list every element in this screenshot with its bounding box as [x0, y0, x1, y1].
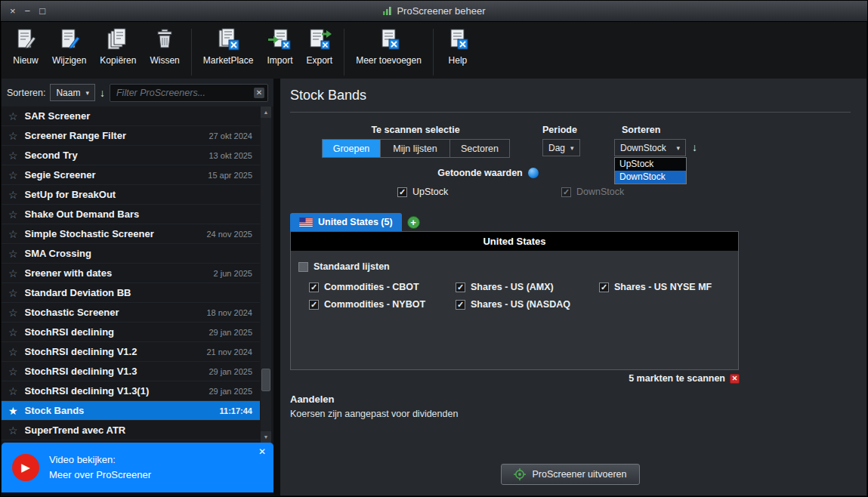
scrollbar-thumb[interactable] — [261, 369, 270, 391]
star-icon[interactable]: ☆ — [8, 130, 18, 142]
list-item[interactable]: ☆Second Try13 okt 2025 — [2, 146, 260, 165]
star-icon[interactable]: ☆ — [8, 326, 18, 338]
market-row[interactable]: ✓Shares - US (NASDAQ — [456, 299, 599, 310]
market-label: Shares - US (AMX) — [471, 282, 554, 292]
market-row[interactable]: ✓Shares - US NYSE MF — [599, 282, 732, 292]
market-row[interactable]: ✓Commodities - CBOT — [309, 282, 456, 292]
star-icon[interactable]: ☆ — [8, 110, 18, 122]
market-checkbox[interactable]: ✓ — [599, 282, 609, 292]
toolbar-label: Kopiëren — [100, 55, 136, 66]
star-icon[interactable]: ☆ — [8, 248, 18, 260]
list-item[interactable]: ☆Shake Out Demand Bars — [2, 205, 260, 224]
toolbar-help[interactable]: Help — [438, 26, 477, 67]
list-item[interactable]: ☆SMA Crossing — [2, 244, 260, 264]
standard-lists-checkbox[interactable] — [298, 262, 308, 272]
star-icon[interactable]: ☆ — [8, 385, 18, 397]
list-item[interactable]: ☆Screener Range Filter27 okt 2024 — [2, 126, 260, 146]
toolbar-meer-toevoegen[interactable]: Meer toevoegen — [349, 26, 428, 67]
menu-item-downstock[interactable]: DownStock — [615, 171, 686, 184]
screener-name: StochRSI declining — [25, 326, 209, 338]
upstock-checkbox[interactable]: ✓ — [397, 187, 407, 197]
list-item[interactable]: ☆StochRSI declining V1.221 nov 2024 — [2, 342, 260, 362]
toolbar-label: Help — [449, 55, 468, 66]
segment-mijn-lijsten[interactable]: Mijn lijsten — [381, 140, 450, 157]
toolbar-wissen[interactable]: Wissen — [143, 26, 186, 67]
toolbar-marketplace[interactable]: MarketPlace — [196, 26, 261, 67]
upstock-checkbox-row[interactable]: ✓ UpStock — [397, 187, 448, 197]
list-item[interactable]: ☆Segie Screener15 apr 2025 — [2, 165, 260, 185]
list-scrollbar[interactable]: ▲ ▼ — [261, 106, 271, 443]
add-market-icon[interactable]: + — [407, 216, 420, 229]
star-icon[interactable]: ☆ — [8, 150, 18, 162]
star-icon[interactable]: ☆ — [8, 307, 18, 319]
standard-lists-row[interactable]: Standaard lijsten — [298, 261, 732, 272]
screener-date: 15 apr 2025 — [208, 171, 252, 180]
star-icon[interactable]: ☆ — [8, 208, 18, 221]
list-item[interactable]: ☆StochRSI declining29 jan 2025 — [2, 323, 260, 342]
market-checkbox[interactable]: ✓ — [456, 282, 465, 292]
market-row[interactable]: ✓Shares - US (AMX) — [456, 282, 599, 292]
screener-name: Second Try — [25, 150, 209, 161]
page-title: Stock Bands — [290, 88, 366, 103]
sort-direction-icon[interactable]: ↓ — [100, 87, 105, 99]
periode-select[interactable]: Dag ▾ — [542, 139, 580, 156]
star-icon[interactable]: ☆ — [8, 189, 18, 201]
scroll-down-icon[interactable]: ▼ — [261, 431, 271, 443]
run-proscreener-button[interactable]: ProScreener uitvoeren — [501, 464, 640, 485]
app-logo-icon — [382, 6, 392, 16]
youtube-play-icon[interactable]: ▶ — [12, 454, 39, 481]
list-item[interactable]: ☆Standard Deviation BB — [2, 283, 260, 303]
toolbar-wijzigen[interactable]: Wijzigen — [45, 26, 93, 67]
segment-sectoren[interactable]: Sectoren — [450, 140, 509, 157]
selection-segmented-control: Groepen Mijn lijsten Sectoren — [322, 139, 510, 158]
list-item[interactable]: ☆SAR Screener — [2, 106, 260, 126]
close-window-icon[interactable]: × — [10, 6, 16, 16]
filter-input[interactable] — [110, 84, 268, 102]
market-checkbox[interactable]: ✓ — [456, 300, 465, 310]
menu-item-upstock[interactable]: UpStock — [615, 158, 686, 171]
list-item[interactable]: ☆SetUp for BreakOut — [2, 185, 260, 205]
list-item-selected[interactable]: ★Stock Bands11:17:44 — [2, 401, 260, 421]
star-icon[interactable]: ☆ — [8, 366, 18, 378]
toolbar-export[interactable]: Export — [299, 26, 339, 67]
toolbar-nieuw[interactable]: Nieuw — [6, 26, 45, 67]
sort-select[interactable]: Naam ▾ — [50, 84, 95, 101]
market-checkbox[interactable]: ✓ — [309, 282, 319, 292]
banner-close-icon[interactable]: ✕ — [258, 446, 266, 457]
star-icon[interactable]: ☆ — [8, 267, 18, 279]
screener-date: 24 nov 2025 — [206, 230, 252, 239]
toolbar-import[interactable]: Import — [260, 26, 299, 67]
list-item[interactable]: ☆Sreener with dates2 jun 2025 — [2, 264, 260, 283]
star-icon[interactable]: ★ — [8, 405, 18, 417]
star-icon[interactable]: ☆ — [8, 346, 18, 358]
edit-document-icon — [57, 27, 82, 53]
market-row[interactable]: ✓Commodities - NYBOT — [309, 299, 456, 310]
sidebar-header: Sorteren: Naam ▾ ↓ ✕ — [2, 79, 273, 106]
chevron-down-icon: ▾ — [570, 144, 574, 152]
list-item[interactable]: ☆StochRSI declining V1.329 jan 2025 — [2, 362, 260, 381]
sorteren-select[interactable]: DownStock ▾ — [614, 139, 686, 156]
market-checkbox[interactable]: ✓ — [309, 300, 319, 310]
star-icon[interactable]: ☆ — [8, 169, 18, 181]
screener-name: Stochastic Screener — [25, 307, 207, 318]
list-item[interactable]: ☆SuperTrend avec ATR — [2, 421, 260, 440]
clear-filter-icon[interactable]: ✕ — [254, 88, 264, 98]
star-icon[interactable]: ☆ — [8, 228, 18, 240]
list-item[interactable]: ☆StochRSI declining V1.3(1)29 jan 2025 — [2, 381, 260, 401]
star-icon[interactable]: ☆ — [8, 424, 18, 437]
video-banner[interactable]: ▶ Video bekijken: Meer over ProScreener … — [2, 443, 273, 492]
sorteren-direction-icon[interactable]: ↓ — [692, 141, 697, 153]
globe-icon[interactable] — [528, 168, 539, 178]
remove-markets-icon[interactable]: ✕ — [730, 374, 740, 384]
toolbar-kopieren[interactable]: Kopiëren — [93, 26, 143, 67]
list-item[interactable]: ☆Stochastic Screener18 nov 2024 — [2, 303, 260, 323]
tab-united-states[interactable]: United States (5) — [290, 213, 402, 231]
minimize-window-icon[interactable]: − — [25, 6, 31, 16]
star-icon[interactable]: ☆ — [8, 287, 18, 299]
segment-groepen[interactable]: Groepen — [323, 140, 381, 157]
maximize-window-icon[interactable]: □ — [39, 6, 45, 16]
screener-name: SetUp for BreakOut — [25, 189, 252, 200]
scroll-up-icon[interactable]: ▲ — [261, 106, 271, 118]
list-item[interactable]: ☆Simple Stochastic Screener24 nov 2025 — [2, 224, 260, 244]
banner-text: Video bekijken: Meer over ProScreener — [49, 452, 151, 483]
